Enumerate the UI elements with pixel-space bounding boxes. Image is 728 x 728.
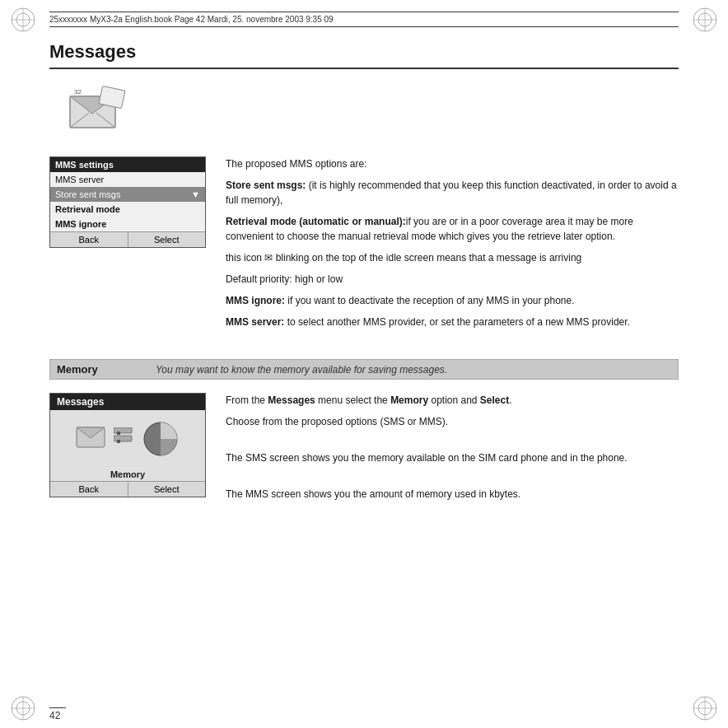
memory-line2: The SMS screen shows you the memory avai… (226, 450, 679, 465)
screen-select-button[interactable]: Select (128, 232, 206, 247)
memory-intro-line: From the Messages menu select the Memory… (226, 393, 679, 408)
corner-mark-bl (8, 693, 38, 723)
memory-back-button[interactable]: Back (50, 482, 128, 497)
corner-mark-tr (690, 5, 720, 35)
screen-button-bar: Back Select (50, 231, 205, 247)
memory-line1: Choose from the proposed options (SMS or… (226, 414, 679, 429)
screen-row-mms-ignore: MMS ignore (50, 217, 205, 231)
settings-stack-icon (114, 427, 133, 450)
memory-content-section: Messages (49, 393, 679, 508)
memory-line3: The MMS screen shows you the amount of m… (226, 487, 679, 502)
page-container: 25xxxxxxx MyX3-2a English.book Page 42 M… (0, 0, 728, 728)
mms-options-section: MMS settings MMS server Store sent msgs … (49, 156, 679, 336)
envelope-icon: 32 (66, 84, 132, 142)
svg-rect-24 (114, 427, 132, 433)
memory-screen-label: Memory (50, 468, 205, 481)
svg-rect-27 (117, 440, 120, 443)
screen-row-mms-server: MMS server (50, 172, 205, 187)
small-envelope-icon (76, 427, 105, 451)
svg-rect-26 (117, 432, 120, 435)
memory-screen-buttons: Back Select (50, 481, 205, 497)
mms-icon-info: this icon ✉ blinking on the top of the i… (226, 250, 679, 265)
envelope-graphic-area: 32 (66, 84, 679, 142)
screen-row-store-sent: Store sent msgs ▼ (50, 187, 205, 202)
screen-back-button[interactable]: Back (50, 232, 128, 247)
page-number: 42 (49, 707, 66, 721)
corner-mark-br (690, 693, 720, 723)
mms-settings-screen: MMS settings MMS server Store sent msgs … (49, 156, 206, 248)
corner-mark-tl (8, 5, 38, 35)
mms-server: MMS server: to select another MMS provid… (226, 315, 679, 329)
book-reference: 25xxxxxxx MyX3-2a English.book Page 42 M… (49, 15, 334, 24)
screen-row-mms-settings: MMS settings (50, 157, 205, 172)
main-content: Messages 32 MMS settings MMS (49, 41, 679, 703)
memory-title: Memory (57, 363, 139, 376)
mms-ignore: MMS ignore: if you want to deactivate th… (226, 293, 679, 308)
memory-select-button[interactable]: Select (128, 482, 206, 497)
mms-store-sent: Store sent msgs: (it is highly recommend… (226, 178, 679, 208)
mms-text-content: The proposed MMS options are: Store sent… (226, 156, 679, 336)
mms-retrieval-mode: Retrieval mode (automatic or manual):if … (226, 214, 679, 244)
mms-intro: The proposed MMS options are: (226, 156, 679, 171)
memory-text-content: From the Messages menu select the Memory… (226, 393, 679, 508)
messages-memory-screen: Messages (49, 393, 206, 497)
screen-row-retrieval-mode: Retrieval mode (50, 202, 205, 217)
memory-section-header: Memory You may want to know the memory a… (49, 359, 679, 380)
svg-text:32: 32 (74, 88, 82, 96)
top-bar: 25xxxxxxx MyX3-2a English.book Page 42 M… (49, 12, 679, 27)
messages-screen-body (50, 410, 205, 468)
memory-subtitle: You may want to know the memory availabl… (156, 364, 447, 376)
svg-rect-25 (114, 436, 132, 441)
messages-screen-header: Messages (50, 394, 205, 410)
memory-pie-icon (142, 420, 180, 458)
mms-priority: Default priority: high or low (226, 272, 679, 287)
page-title: Messages (49, 41, 679, 69)
